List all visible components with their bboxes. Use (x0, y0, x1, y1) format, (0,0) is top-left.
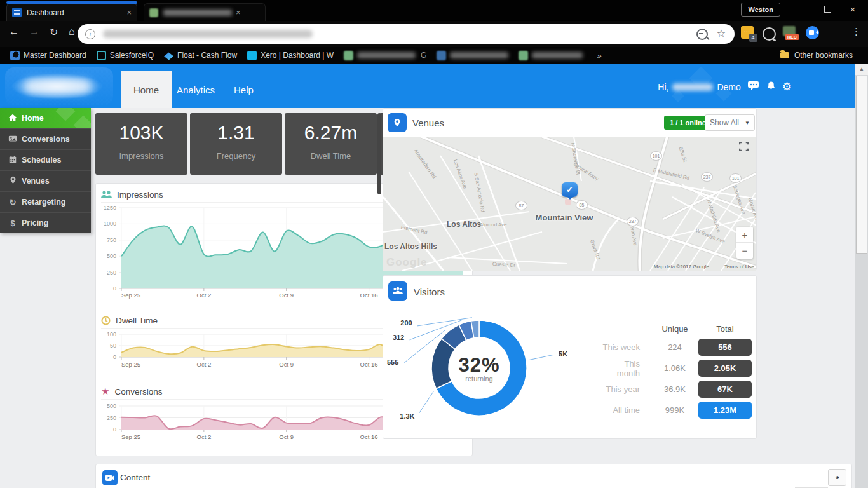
app-header: Home Analytics Help Hi, Demo ⚙ (0, 64, 855, 108)
bookmark-float-cash-flow[interactable]: Float - Cash Flow (164, 51, 237, 60)
refresh-icon[interactable]: ↻ (50, 26, 58, 38)
sidebar-item-schedules[interactable]: Schedules (0, 149, 91, 170)
sidebar-item-retargeting[interactable]: ↻Retargeting (0, 191, 91, 212)
content-video-icon (102, 470, 118, 485)
browser-profile-button[interactable]: Weston (741, 3, 780, 17)
panel-scrollbar-thumb[interactable] (377, 113, 381, 194)
other-bookmarks-button[interactable]: Other bookmarks (780, 51, 853, 60)
address-bar[interactable]: i ☆ (78, 24, 735, 44)
stat-label: Frequency (190, 151, 282, 161)
notifications-bell-icon[interactable] (766, 81, 776, 93)
sidebar-item-conversions[interactable]: Conversions (0, 128, 91, 149)
svg-text:Oct 16: Oct 16 (360, 433, 378, 440)
map-road-label: Cuesta Dr (492, 261, 515, 268)
svg-text:250: 250 (107, 415, 116, 421)
svg-text:1000: 1000 (104, 220, 116, 227)
forward-icon[interactable]: → (29, 26, 39, 37)
window-restore-button[interactable] (815, 0, 840, 19)
extension-salesforceiq-icon[interactable] (763, 27, 776, 41)
browser-menu-icon[interactable]: ⋮ (851, 26, 861, 37)
bookmark-favicon-icon (437, 51, 446, 60)
svg-text:0: 0 (113, 354, 116, 360)
calendar-icon (6, 155, 19, 166)
home-icon (6, 113, 19, 124)
sidebar-item-label: Home (22, 114, 44, 123)
donut-label-200: 200 (400, 319, 412, 327)
stat-value: 103K (95, 122, 187, 144)
svg-text:Oct 9: Oct 9 (279, 361, 294, 368)
stat-label: Impressions (95, 151, 187, 161)
app-logo[interactable] (5, 67, 113, 105)
venue-map-marker[interactable]: ✓ (562, 182, 578, 197)
sidebar-item-pricing[interactable]: $Pricing (0, 212, 91, 233)
bookmark-favicon-icon (247, 51, 257, 60)
bookmark-master-dashboard[interactable]: Master Dashboard (10, 51, 86, 60)
bookmark-xero[interactable]: Xero | Dashboard | W (247, 51, 334, 60)
svg-text:500: 500 (107, 253, 116, 259)
route-shield: 237 (701, 172, 713, 182)
bookmark-salesforceiq[interactable]: SalesforceIQ (97, 51, 154, 60)
chat-icon[interactable] (747, 81, 760, 93)
map-zoom-out-button[interactable]: − (736, 243, 753, 259)
total-badge: 67K (698, 381, 752, 398)
refresh-icon: ↻ (6, 198, 19, 207)
bookmark-redacted-2[interactable] (437, 51, 508, 60)
window-close-button[interactable]: × (840, 0, 865, 19)
image-icon (6, 134, 19, 145)
tab-close-icon[interactable]: × (236, 8, 241, 17)
google-map[interactable]: ✓ Google Map data ©2017 Google Terms of … (383, 137, 756, 271)
content-chart-toggle-button[interactable]: ◕ (828, 469, 846, 486)
browser-tab-redacted[interactable]: × (144, 3, 266, 21)
extension-notes-icon[interactable]: … 4 (741, 26, 754, 39)
users-icon (101, 190, 112, 199)
nav-tab-analytics[interactable]: Analytics (164, 71, 227, 108)
route-shield: 87 (515, 201, 527, 210)
bookmark-redacted-3[interactable] (519, 51, 583, 60)
browser-tab-dashboard[interactable]: Dashboard × (6, 3, 137, 21)
sidebar-item-venues[interactable]: Venues (0, 170, 91, 191)
donut-center-label: 32% returning (458, 354, 499, 383)
map-terms-link[interactable]: Terms of Use (724, 264, 754, 269)
bookmark-favicon-icon (164, 51, 173, 60)
chart-title-label: Impressions (117, 190, 163, 200)
bookmark-favicon-icon (519, 51, 528, 60)
bookmarks-overflow-icon[interactable]: » (597, 51, 601, 60)
tab-close-icon[interactable]: × (126, 8, 132, 17)
map-zoom-in-button[interactable]: + (736, 227, 753, 243)
extension-camera-icon[interactable] (806, 26, 819, 39)
nav-tab-help[interactable]: Help (221, 71, 266, 108)
bookmark-redacted-1[interactable]: G (344, 51, 426, 60)
venues-filter-dropdown[interactable]: Show All ▼ (705, 114, 755, 131)
bookmark-label: Float - Cash Flow (177, 51, 237, 60)
svg-text:0: 0 (113, 285, 116, 292)
window-minimize-button[interactable]: – (789, 0, 815, 19)
donut-label-312: 312 (393, 334, 404, 341)
bookmark-favicon-icon (97, 51, 106, 60)
settings-gear-icon[interactable]: ⚙ (782, 80, 792, 93)
zoom-out-icon[interactable] (696, 29, 708, 40)
route-shield: 101 (729, 173, 742, 183)
home-icon[interactable]: ⌂ (69, 26, 75, 37)
sidebar-item-home[interactable]: Home (0, 108, 91, 128)
page-scrollbar[interactable]: ▲ (855, 64, 868, 488)
svg-text:Oct 2: Oct 2 (197, 361, 212, 368)
visitors-table-row: This year36.9K67K (599, 379, 752, 400)
map-fullscreen-icon[interactable] (739, 142, 749, 151)
visitors-panel: Visitors 5K1.3K555312200 32% returning U… (383, 275, 757, 439)
svg-text:500: 500 (107, 403, 116, 409)
stat-label: Dwell Time (285, 151, 377, 161)
bookmark-star-icon[interactable]: ☆ (717, 29, 726, 40)
venues-pin-icon (388, 113, 407, 132)
sidebar-nav: HomeConversionsSchedulesVenues↻Retargeti… (0, 108, 91, 233)
redacted-bookmark-label (450, 52, 508, 58)
scrollbar-thumb[interactable] (856, 76, 867, 254)
redacted-url (103, 30, 313, 38)
scrollbar-up-arrow[interactable]: ▲ (855, 64, 868, 75)
visitors-table-row: This month1.06K2.05K (599, 358, 752, 379)
back-icon[interactable]: ← (9, 26, 19, 37)
page-info-icon[interactable]: i (85, 29, 95, 39)
tab-title: Dashboard (27, 8, 123, 17)
stat-card-impressions: 103KImpressions (95, 113, 187, 175)
svg-text:Oct 2: Oct 2 (197, 292, 212, 299)
browser-tab-strip: Dashboard × × Weston – × (0, 0, 868, 21)
